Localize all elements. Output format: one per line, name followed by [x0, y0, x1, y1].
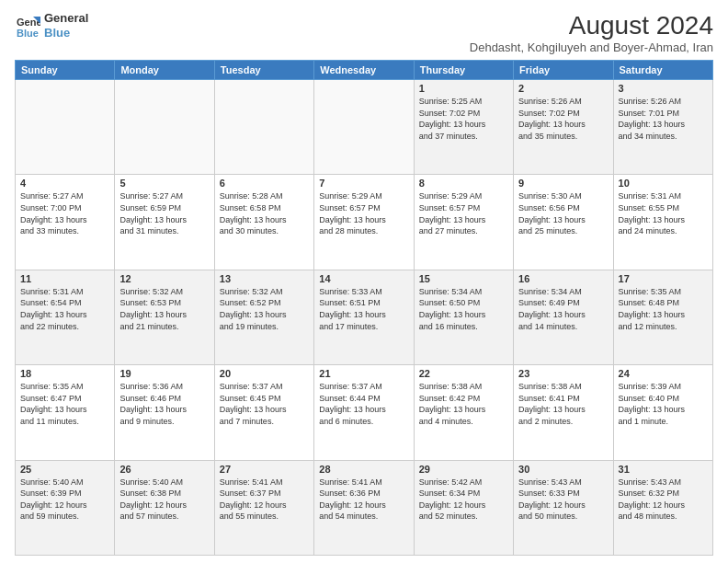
cell-content: Sunrise: 5:40 AM Sunset: 6:39 PM Dayligh… [20, 477, 109, 523]
day-number: 15 [419, 273, 508, 284]
calendar-cell: 18Sunrise: 5:35 AM Sunset: 6:47 PM Dayli… [16, 365, 115, 460]
calendar-cell: 7Sunrise: 5:29 AM Sunset: 6:57 PM Daylig… [314, 175, 414, 270]
cell-content: Sunrise: 5:42 AM Sunset: 6:34 PM Dayligh… [419, 477, 508, 523]
week-row-3: 11Sunrise: 5:31 AM Sunset: 6:54 PM Dayli… [16, 270, 713, 364]
calendar-cell: 8Sunrise: 5:29 AM Sunset: 6:57 PM Daylig… [414, 175, 513, 270]
calendar-cell: 31Sunrise: 5:43 AM Sunset: 6:32 PM Dayli… [613, 460, 712, 555]
calendar-cell: 15Sunrise: 5:34 AM Sunset: 6:50 PM Dayli… [414, 270, 513, 364]
day-number: 31 [619, 464, 708, 475]
cell-content: Sunrise: 5:32 AM Sunset: 6:53 PM Dayligh… [119, 286, 209, 332]
calendar-cell [214, 80, 313, 175]
calendar-cell: 22Sunrise: 5:38 AM Sunset: 6:42 PM Dayli… [414, 365, 513, 460]
calendar-cell: 16Sunrise: 5:34 AM Sunset: 6:49 PM Dayli… [514, 270, 613, 364]
day-number: 14 [319, 273, 408, 284]
day-number: 11 [20, 273, 109, 284]
calendar-cell: 25Sunrise: 5:40 AM Sunset: 6:39 PM Dayli… [16, 460, 115, 555]
calendar-cell: 4Sunrise: 5:27 AM Sunset: 7:00 PM Daylig… [16, 175, 115, 270]
calendar-cell: 5Sunrise: 5:27 AM Sunset: 6:59 PM Daylig… [115, 175, 214, 270]
col-friday: Friday [514, 61, 613, 80]
cell-content: Sunrise: 5:26 AM Sunset: 7:02 PM Dayligh… [518, 96, 608, 142]
cell-content: Sunrise: 5:29 AM Sunset: 6:57 PM Dayligh… [419, 190, 508, 236]
col-saturday: Saturday [613, 61, 712, 80]
subtitle: Dehdasht, Kohgiluyeh and Boyer-Ahmad, Ir… [470, 40, 713, 54]
calendar-cell [115, 80, 214, 175]
col-sunday: Sunday [16, 61, 115, 80]
cell-content: Sunrise: 5:38 AM Sunset: 6:42 PM Dayligh… [419, 381, 508, 427]
day-number: 22 [419, 368, 508, 379]
calendar-cell: 12Sunrise: 5:32 AM Sunset: 6:53 PM Dayli… [115, 270, 214, 364]
calendar-cell: 3Sunrise: 5:26 AM Sunset: 7:01 PM Daylig… [613, 80, 712, 175]
cell-content: Sunrise: 5:26 AM Sunset: 7:01 PM Dayligh… [619, 96, 708, 142]
calendar-cell: 1Sunrise: 5:25 AM Sunset: 7:02 PM Daylig… [414, 80, 513, 175]
day-number: 25 [20, 464, 109, 475]
cell-content: Sunrise: 5:37 AM Sunset: 6:45 PM Dayligh… [220, 381, 309, 427]
day-number: 10 [619, 178, 708, 189]
calendar-cell: 6Sunrise: 5:28 AM Sunset: 6:58 PM Daylig… [214, 175, 313, 270]
cell-content: Sunrise: 5:31 AM Sunset: 6:55 PM Dayligh… [619, 190, 708, 236]
cell-content: Sunrise: 5:32 AM Sunset: 6:52 PM Dayligh… [220, 286, 309, 332]
day-number: 26 [119, 464, 209, 475]
day-number: 18 [20, 368, 109, 379]
day-number: 20 [220, 368, 309, 379]
day-number: 3 [619, 83, 708, 94]
calendar-cell: 29Sunrise: 5:42 AM Sunset: 6:34 PM Dayli… [414, 460, 513, 555]
calendar-table: Sunday Monday Tuesday Wednesday Thursday… [15, 60, 713, 556]
cell-content: Sunrise: 5:38 AM Sunset: 6:41 PM Dayligh… [518, 381, 608, 427]
calendar-cell: 14Sunrise: 5:33 AM Sunset: 6:51 PM Dayli… [314, 270, 414, 364]
day-number: 1 [419, 83, 508, 94]
day-number: 4 [20, 178, 109, 189]
day-number: 16 [518, 273, 608, 284]
calendar-cell: 23Sunrise: 5:38 AM Sunset: 6:41 PM Dayli… [514, 365, 613, 460]
page-header: General Blue General Blue August 2024 De… [15, 11, 713, 54]
day-number: 12 [119, 273, 209, 284]
cell-content: Sunrise: 5:31 AM Sunset: 6:54 PM Dayligh… [20, 286, 109, 332]
day-number: 2 [518, 83, 608, 94]
cell-content: Sunrise: 5:41 AM Sunset: 6:36 PM Dayligh… [319, 477, 408, 523]
calendar-cell: 24Sunrise: 5:39 AM Sunset: 6:40 PM Dayli… [613, 365, 712, 460]
cell-content: Sunrise: 5:37 AM Sunset: 6:44 PM Dayligh… [319, 381, 408, 427]
day-number: 13 [220, 273, 309, 284]
day-number: 30 [518, 464, 608, 475]
calendar-cell: 9Sunrise: 5:30 AM Sunset: 6:56 PM Daylig… [514, 175, 613, 270]
cell-content: Sunrise: 5:25 AM Sunset: 7:02 PM Dayligh… [419, 96, 508, 142]
header-row: Sunday Monday Tuesday Wednesday Thursday… [16, 61, 713, 80]
calendar-cell: 21Sunrise: 5:37 AM Sunset: 6:44 PM Dayli… [314, 365, 414, 460]
calendar-body: 1Sunrise: 5:25 AM Sunset: 7:02 PM Daylig… [16, 80, 713, 556]
cell-content: Sunrise: 5:43 AM Sunset: 6:32 PM Dayligh… [619, 477, 708, 523]
day-number: 24 [619, 368, 708, 379]
cell-content: Sunrise: 5:40 AM Sunset: 6:38 PM Dayligh… [119, 477, 209, 523]
cell-content: Sunrise: 5:33 AM Sunset: 6:51 PM Dayligh… [319, 286, 408, 332]
day-number: 7 [319, 178, 408, 189]
cell-content: Sunrise: 5:29 AM Sunset: 6:57 PM Dayligh… [319, 190, 408, 236]
day-number: 17 [619, 273, 708, 284]
calendar-cell: 2Sunrise: 5:26 AM Sunset: 7:02 PM Daylig… [514, 80, 613, 175]
cell-content: Sunrise: 5:28 AM Sunset: 6:58 PM Dayligh… [220, 190, 309, 236]
main-title: August 2024 [470, 11, 713, 40]
svg-text:Blue: Blue [17, 28, 39, 39]
col-wednesday: Wednesday [314, 61, 414, 80]
calendar-cell [16, 80, 115, 175]
calendar-cell: 11Sunrise: 5:31 AM Sunset: 6:54 PM Dayli… [16, 270, 115, 364]
day-number: 28 [319, 464, 408, 475]
cell-content: Sunrise: 5:27 AM Sunset: 7:00 PM Dayligh… [20, 190, 109, 236]
day-number: 5 [119, 178, 209, 189]
cell-content: Sunrise: 5:27 AM Sunset: 6:59 PM Dayligh… [119, 190, 209, 236]
day-number: 8 [419, 178, 508, 189]
day-number: 21 [319, 368, 408, 379]
calendar-cell: 26Sunrise: 5:40 AM Sunset: 6:38 PM Dayli… [115, 460, 214, 555]
title-section: August 2024 Dehdasht, Kohgiluyeh and Boy… [470, 11, 713, 54]
week-row-4: 18Sunrise: 5:35 AM Sunset: 6:47 PM Dayli… [16, 365, 713, 460]
logo-icon: General Blue [15, 13, 40, 39]
calendar-cell: 10Sunrise: 5:31 AM Sunset: 6:55 PM Dayli… [613, 175, 712, 270]
day-number: 19 [119, 368, 209, 379]
cell-content: Sunrise: 5:36 AM Sunset: 6:46 PM Dayligh… [119, 381, 209, 427]
cell-content: Sunrise: 5:35 AM Sunset: 6:48 PM Dayligh… [619, 286, 708, 332]
cell-content: Sunrise: 5:41 AM Sunset: 6:37 PM Dayligh… [220, 477, 309, 523]
calendar-cell [314, 80, 414, 175]
cell-content: Sunrise: 5:39 AM Sunset: 6:40 PM Dayligh… [619, 381, 708, 427]
col-tuesday: Tuesday [214, 61, 313, 80]
cell-content: Sunrise: 5:35 AM Sunset: 6:47 PM Dayligh… [20, 381, 109, 427]
day-number: 6 [220, 178, 309, 189]
calendar-cell: 19Sunrise: 5:36 AM Sunset: 6:46 PM Dayli… [115, 365, 214, 460]
cell-content: Sunrise: 5:34 AM Sunset: 6:50 PM Dayligh… [419, 286, 508, 332]
